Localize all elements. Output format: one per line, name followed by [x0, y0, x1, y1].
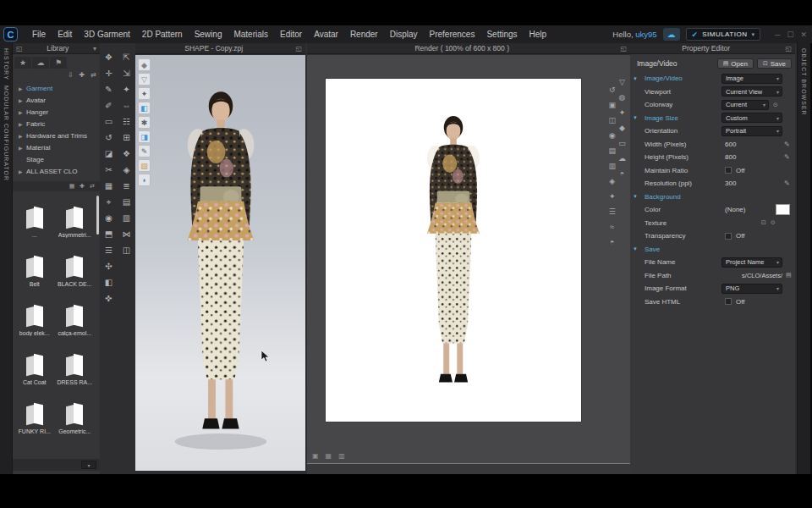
menu-item[interactable]: Settings: [480, 30, 523, 39]
render-tool-icon[interactable]: ▣: [608, 102, 616, 109]
library-tab[interactable]: ★: [14, 57, 31, 69]
library-tab[interactable]: ⚑: [50, 57, 67, 69]
type-dropdown[interactable]: Image▾: [721, 74, 782, 84]
object-browser-tab[interactable]: OBJECT BROWSER: [801, 48, 807, 116]
tool-icon[interactable]: ↺: [105, 134, 112, 142]
tool-icon[interactable]: ✐: [105, 102, 112, 110]
viewport-toggle-button[interactable]: ▽: [138, 73, 151, 86]
thumbnail-size-dropdown[interactable]: ▾: [81, 461, 96, 469]
viewport-toggle-button[interactable]: ✦: [138, 87, 151, 100]
file-item[interactable]: calça-emol...: [55, 291, 96, 336]
render-bottom-icon[interactable]: ▥: [338, 452, 345, 460]
simulation-button[interactable]: ✔ SIMULATION ▾: [686, 28, 760, 41]
expand-arrow-icon[interactable]: ▶: [19, 145, 26, 151]
avatar-3d[interactable]: [140, 70, 301, 471]
menu-item[interactable]: Editor: [274, 30, 308, 39]
expand-arrow-icon[interactable]: ▶: [19, 121, 26, 127]
viewport-dropdown[interactable]: Current View▾: [721, 86, 782, 97]
file-item[interactable]: DRESS RA...: [55, 340, 96, 385]
render-tool-icon[interactable]: ↺: [609, 86, 616, 94]
width-value[interactable]: 600: [721, 141, 736, 148]
viewport-toggle-button[interactable]: ◨: [138, 130, 151, 143]
tree-item[interactable]: ▶ Hardware and Trims: [13, 130, 100, 141]
tree-item[interactable]: ▶ Material: [13, 141, 100, 153]
tool-icon[interactable]: ⊞: [123, 134, 129, 142]
save-button[interactable]: ⊡Save: [757, 58, 792, 69]
render-tool-icon[interactable]: ◍: [619, 94, 626, 102]
render-tool-icon[interactable]: ◫: [608, 117, 616, 124]
expand-arrow-icon[interactable]: ▶: [19, 86, 26, 91]
file-item[interactable]: Geometric...: [55, 389, 96, 434]
tool-icon[interactable]: ☷: [123, 118, 130, 126]
render-tool-icon[interactable]: ▽: [619, 79, 625, 86]
color-swatch[interactable]: [776, 204, 790, 215]
tool-icon[interactable]: ≣: [123, 182, 129, 190]
section-save[interactable]: ▼ Save: [630, 243, 790, 257]
tool-icon[interactable]: ◉: [105, 214, 112, 223]
file-name-dropdown[interactable]: Project Name▾: [721, 257, 782, 268]
render-tool-icon[interactable]: ◆: [619, 124, 625, 132]
tool-icon[interactable]: ▦: [105, 182, 112, 190]
edit-pencil-icon[interactable]: ✎: [784, 153, 790, 161]
tool-icon[interactable]: ✛: [105, 69, 112, 78]
tool-icon[interactable]: ⇲: [123, 69, 129, 78]
viewport-toggle-button[interactable]: ◆: [138, 58, 151, 71]
tree-item[interactable]: ▶ Hanger: [13, 106, 100, 118]
collapse-arrow-icon[interactable]: ▼: [633, 246, 639, 251]
chevron-down-icon[interactable]: ▾: [90, 45, 100, 52]
dock-icon[interactable]: ◱: [13, 45, 26, 52]
render-tool-icon[interactable]: ▥: [608, 163, 616, 170]
transparency-checkbox[interactable]: [725, 233, 732, 240]
library-action-icon[interactable]: ✚: [80, 71, 85, 79]
menu-item[interactable]: 3D Garment: [78, 30, 135, 39]
image-format-dropdown[interactable]: PNG▾: [721, 284, 782, 294]
tool-icon[interactable]: ⋈: [123, 230, 131, 239]
render-tool-icon[interactable]: ≈: [610, 224, 614, 231]
render-tool-icon[interactable]: ◓: [620, 170, 624, 178]
section-background[interactable]: ▼ Background: [630, 190, 790, 204]
texture-slot-icon[interactable]: ⊡: [761, 219, 766, 226]
bottom-tab[interactable]: [327, 464, 348, 474]
colorway-dropdown[interactable]: Current▾: [721, 100, 769, 110]
viewport-toggle-button[interactable]: ▧: [138, 159, 151, 172]
dock-icon[interactable]: ◱: [617, 45, 630, 52]
menu-item[interactable]: File: [26, 30, 52, 39]
file-toolbar-icon[interactable]: ▦: [69, 183, 75, 190]
size-preset-dropdown[interactable]: Custom▾: [721, 113, 782, 123]
file-item[interactable]: Gloves: [14, 439, 55, 444]
menu-item[interactable]: Materials: [228, 30, 274, 39]
file-item[interactable]: Cat Coat: [14, 340, 55, 385]
tool-icon[interactable]: ◧: [105, 279, 112, 287]
file-item[interactable]: ...: [14, 193, 55, 238]
viewport-toggle-button[interactable]: ◗: [138, 174, 151, 186]
tree-item[interactable]: Stage: [13, 153, 100, 165]
tool-icon[interactable]: ✦: [123, 86, 129, 94]
menu-item[interactable]: 2D Pattern: [136, 30, 189, 39]
colorway-extra-icon[interactable]: ⊙: [773, 102, 778, 108]
menu-item[interactable]: Help: [524, 30, 553, 39]
render-bottom-icon[interactable]: ▦: [326, 452, 332, 460]
collapse-arrow-icon[interactable]: ▼: [633, 194, 639, 199]
expand-arrow-icon[interactable]: ▶: [19, 133, 26, 139]
file-item[interactable]: Belt: [14, 242, 55, 287]
bottom-tab[interactable]: [307, 464, 327, 474]
render-tool-icon[interactable]: ✦: [609, 193, 616, 201]
viewport-toggle-button[interactable]: ◧: [138, 102, 151, 114]
tool-icon[interactable]: ⌖: [107, 198, 112, 207]
file-toolbar-icon[interactable]: ✚: [80, 183, 85, 190]
render-tool-icon[interactable]: ◉: [609, 132, 616, 140]
tree-item[interactable]: ▶ Fabric: [13, 118, 100, 130]
menu-item[interactable]: Render: [344, 30, 384, 39]
file-item[interactable]: BLACK DE...: [55, 242, 96, 287]
3d-viewport[interactable]: ◆▽✦◧✱◨✎▧◗: [135, 55, 305, 471]
menu-item[interactable]: Sewing: [189, 30, 228, 39]
library-scrollbar[interactable]: [96, 196, 99, 235]
render-tool-icon[interactable]: ☰: [609, 208, 616, 216]
modular-configurator-tab[interactable]: MODULAR CONFIGURATOR: [3, 86, 9, 181]
history-tab[interactable]: HISTORY: [3, 48, 9, 80]
tool-icon[interactable]: ▤: [123, 198, 130, 207]
orientation-dropdown[interactable]: Portrait▾: [721, 126, 782, 136]
tool-icon[interactable]: ✎: [105, 86, 112, 94]
height-value[interactable]: 800: [721, 153, 736, 161]
file-item[interactable]: FUNKY RI...: [14, 389, 55, 434]
